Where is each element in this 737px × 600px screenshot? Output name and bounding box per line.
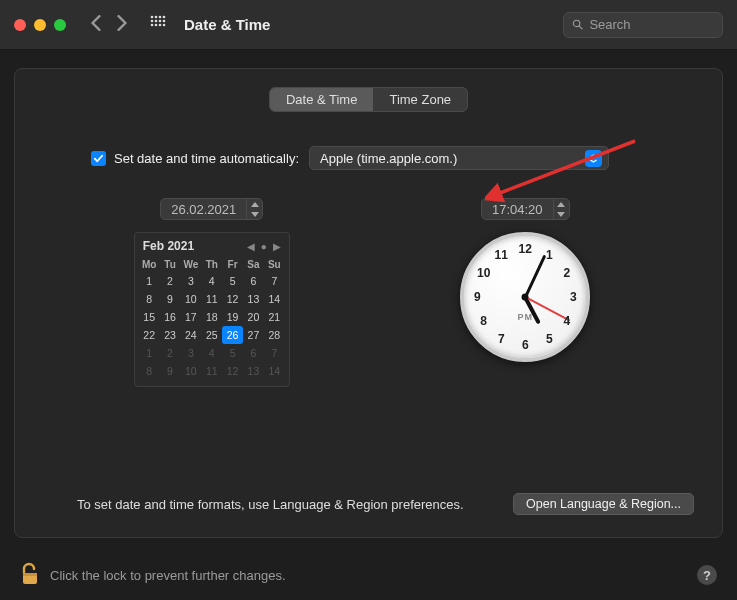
calendar-day[interactable]: 9 <box>160 362 181 380</box>
clock-number: 8 <box>480 314 487 328</box>
clock-number: 10 <box>477 266 490 280</box>
calendar-day[interactable]: 6 <box>243 272 264 290</box>
calendar-day[interactable]: 7 <box>264 344 285 362</box>
calendar-day[interactable]: 5 <box>222 344 243 362</box>
calendar-day[interactable]: 25 <box>201 326 222 344</box>
calendar-day[interactable]: 11 <box>201 290 222 308</box>
clock-number: 5 <box>546 332 553 346</box>
help-button[interactable]: ? <box>697 565 717 585</box>
time-stepper-value: 17:04:20 <box>482 199 553 219</box>
calendar-day[interactable]: 14 <box>264 290 285 308</box>
calendar-day[interactable]: 13 <box>243 290 264 308</box>
calendar-day[interactable]: 4 <box>201 272 222 290</box>
back-button[interactable] <box>90 15 102 34</box>
calendar-day[interactable]: 20 <box>243 308 264 326</box>
calendar-dow: We <box>180 257 201 272</box>
calendar-dow: Su <box>264 257 285 272</box>
forward-button[interactable] <box>116 15 128 34</box>
calendar-day[interactable]: 23 <box>160 326 181 344</box>
clock-number: 4 <box>563 314 570 328</box>
zoom-window[interactable] <box>54 19 66 31</box>
date-column: 26.02.2021 Feb 2021 ◀ ● ▶ MoTuWeThFrSaSu… <box>85 198 339 387</box>
close-window[interactable] <box>14 19 26 31</box>
calendar-day[interactable]: 18 <box>201 308 222 326</box>
calendar-day[interactable]: 24 <box>180 326 201 344</box>
svg-point-3 <box>163 16 166 19</box>
calendar-day[interactable]: 17 <box>180 308 201 326</box>
calendar-day[interactable]: 14 <box>264 362 285 380</box>
auto-set-checkbox[interactable] <box>91 151 106 166</box>
clock-number: 1 <box>546 248 553 262</box>
calendar-day[interactable]: 10 <box>180 290 201 308</box>
date-stepper-value: 26.02.2021 <box>161 199 246 219</box>
lock-icon[interactable] <box>20 562 40 589</box>
svg-point-7 <box>163 20 166 23</box>
calendar-prev-icon[interactable]: ◀ <box>247 241 255 252</box>
calendar-day[interactable]: 3 <box>180 272 201 290</box>
svg-point-1 <box>155 16 158 19</box>
calendar-day[interactable]: 10 <box>180 362 201 380</box>
calendar-day[interactable]: 1 <box>139 344 160 362</box>
search-field[interactable] <box>563 12 723 38</box>
calendar-day[interactable]: 3 <box>180 344 201 362</box>
show-all-icon[interactable] <box>150 15 166 34</box>
footer-row: To set date and time formats, use Langua… <box>15 493 722 515</box>
stepper-up-icon[interactable] <box>554 199 569 209</box>
calendar-day[interactable]: 6 <box>243 344 264 362</box>
calendar-day[interactable]: 8 <box>139 290 160 308</box>
calendar-day[interactable]: 12 <box>222 290 243 308</box>
calendar-day[interactable]: 5 <box>222 272 243 290</box>
calendar-next-icon[interactable]: ▶ <box>273 241 281 252</box>
calendar[interactable]: Feb 2021 ◀ ● ▶ MoTuWeThFrSaSu12345678910… <box>134 232 290 387</box>
svg-point-9 <box>155 24 158 27</box>
time-stepper[interactable]: 17:04:20 <box>481 198 570 220</box>
calendar-day[interactable]: 8 <box>139 362 160 380</box>
tab-time-zone[interactable]: Time Zone <box>373 88 467 111</box>
time-server-select[interactable]: Apple (time.apple.com.) <box>309 146 609 170</box>
calendar-day[interactable]: 27 <box>243 326 264 344</box>
calendar-day[interactable]: 21 <box>264 308 285 326</box>
calendar-day[interactable]: 22 <box>139 326 160 344</box>
clock-number: 3 <box>570 290 577 304</box>
calendar-day[interactable]: 16 <box>160 308 181 326</box>
time-stepper-buttons[interactable] <box>553 199 569 219</box>
calendar-dow: Mo <box>139 257 160 272</box>
calendar-month-label: Feb 2021 <box>143 239 247 253</box>
search-input[interactable] <box>589 17 714 32</box>
calendar-today-icon[interactable]: ● <box>261 241 267 252</box>
clock-number: 6 <box>522 338 529 352</box>
calendar-day[interactable]: 15 <box>139 308 160 326</box>
date-stepper-buttons[interactable] <box>246 199 262 219</box>
calendar-day[interactable]: 9 <box>160 290 181 308</box>
clock-number: 11 <box>495 248 508 262</box>
calendar-day[interactable]: 12 <box>222 362 243 380</box>
calendar-day[interactable]: 2 <box>160 344 181 362</box>
stepper-down-icon[interactable] <box>247 209 262 219</box>
calendar-day[interactable]: 11 <box>201 362 222 380</box>
calendar-day[interactable]: 28 <box>264 326 285 344</box>
svg-point-10 <box>159 24 162 27</box>
lock-text: Click the lock to prevent further change… <box>50 568 286 583</box>
tab-bar: Date & TimeTime Zone <box>15 87 722 112</box>
stepper-down-icon[interactable] <box>554 209 569 219</box>
time-server-value: Apple (time.apple.com.) <box>320 151 585 166</box>
calendar-day[interactable]: 7 <box>264 272 285 290</box>
tab-date-time[interactable]: Date & Time <box>270 88 374 111</box>
nav-arrows <box>90 15 128 34</box>
open-language-region-button[interactable]: Open Language & Region... <box>513 493 694 515</box>
footer-hint: To set date and time formats, use Langua… <box>77 497 464 512</box>
calendar-day[interactable]: 1 <box>139 272 160 290</box>
svg-point-0 <box>151 16 154 19</box>
minimize-window[interactable] <box>34 19 46 31</box>
auto-set-label: Set date and time automatically: <box>114 151 299 166</box>
calendar-day[interactable]: 4 <box>201 344 222 362</box>
titlebar: Date & Time <box>0 0 737 50</box>
svg-point-8 <box>151 24 154 27</box>
date-stepper[interactable]: 26.02.2021 <box>160 198 263 220</box>
stepper-up-icon[interactable] <box>247 199 262 209</box>
calendar-day[interactable]: 2 <box>160 272 181 290</box>
clock-pivot <box>522 294 529 301</box>
calendar-day[interactable]: 26 <box>222 326 243 344</box>
calendar-day[interactable]: 13 <box>243 362 264 380</box>
calendar-day[interactable]: 19 <box>222 308 243 326</box>
